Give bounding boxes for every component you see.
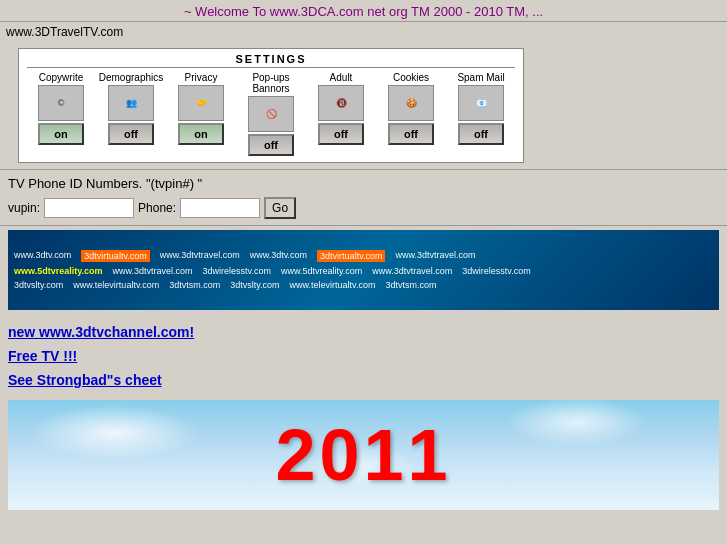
toggle-btn-pop-ups-bannors[interactable]: off	[248, 134, 294, 156]
toggle-btn-cookies[interactable]: off	[388, 123, 434, 145]
setting-icon-4: 🔞	[318, 85, 364, 121]
welcome-bar: ~ Welcome To www.3DCA.com net org TM 200…	[0, 0, 727, 21]
setting-item-demographics: Demographics👥off	[97, 72, 165, 145]
toggle-btn-demographics[interactable]: off	[108, 123, 154, 145]
setting-label: Privacy	[185, 72, 218, 83]
site-title: www.3DTravelTV.com	[0, 22, 727, 42]
settings-title: SETTINGS	[27, 53, 515, 68]
setting-label: Pop-ups Bannors	[237, 72, 305, 94]
settings-row: Copywrite©onDemographics👥offPrivacy🤝onPo…	[27, 72, 515, 156]
toggle-btn-adult[interactable]: off	[318, 123, 364, 145]
banner-area: www.3dtv.com 3dtvirtualtv.com www.3dtvtr…	[8, 230, 719, 310]
setting-icon-5: 🍪	[388, 85, 434, 121]
toggle-btn-privacy[interactable]: on	[178, 123, 224, 145]
main-link-0[interactable]: new www.3dtvchannel.com!	[8, 318, 719, 342]
setting-icon-1: 👥	[108, 85, 154, 121]
phone-input[interactable]	[180, 198, 260, 218]
setting-icon-0: ©	[38, 85, 84, 121]
year-text: 2011	[275, 414, 451, 496]
setting-label: Cookies	[393, 72, 429, 83]
setting-icon-2: 🤝	[178, 85, 224, 121]
toggle-btn-copywrite[interactable]: on	[38, 123, 84, 145]
phone-label: Phone:	[138, 201, 176, 215]
main-link-1[interactable]: Free TV !!!	[8, 342, 719, 366]
setting-icon-3: 🚫	[248, 96, 294, 132]
toggle-btn-spam-mail[interactable]: off	[458, 123, 504, 145]
main-link-2[interactable]: See Strongbad"s cheet	[8, 366, 719, 390]
setting-label: Spam Mail	[457, 72, 504, 83]
go-button[interactable]: Go	[264, 197, 296, 219]
setting-item-adult: Adult🔞off	[307, 72, 375, 145]
setting-label: Demographics	[99, 72, 163, 83]
setting-label: Copywrite	[39, 72, 83, 83]
settings-box: SETTINGS Copywrite©onDemographics👥offPri…	[18, 48, 524, 163]
setting-item-privacy: Privacy🤝on	[167, 72, 235, 145]
vupin-row: vupin: Phone: Go	[0, 195, 727, 225]
setting-item-pop-ups-bannors: Pop-ups Bannors🚫off	[237, 72, 305, 156]
tv-phone-title: TV Phone ID Numbers. "(tvpin#) "	[0, 170, 727, 195]
vupin-label: vupin:	[8, 201, 40, 215]
setting-item-cookies: Cookies🍪off	[377, 72, 445, 145]
setting-icon-6: 📧	[458, 85, 504, 121]
welcome-text: ~ Welcome To www.3DCA.com net org TM 200…	[184, 4, 543, 19]
links-section: new www.3dtvchannel.com!Free TV !!!See S…	[0, 314, 727, 394]
vupin-input[interactable]	[44, 198, 134, 218]
setting-item-spam-mail: Spam Mail📧off	[447, 72, 515, 145]
year-banner: 2011	[8, 400, 719, 510]
setting-label: Adult	[330, 72, 353, 83]
setting-item-copywrite: Copywrite©on	[27, 72, 95, 145]
